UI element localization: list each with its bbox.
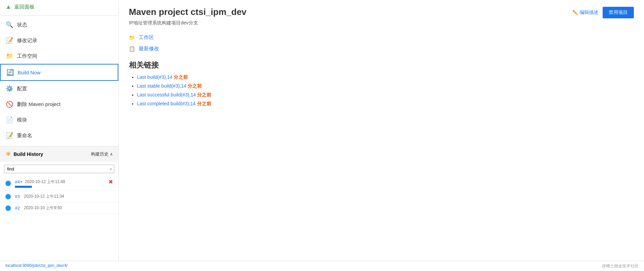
build-3-link[interactable]: #3 [15,194,20,199]
sidebar-item-label-delete: 删除 Maven project [17,101,60,108]
build-4-progress [15,186,32,188]
changes-icon: 📝 [5,37,14,44]
build-2-num: #2 [15,205,20,211]
build-4-date: 2020-10-12 上午11:48 [25,179,106,185]
sidebar-item-modules[interactable]: 📄 模块 [0,112,118,128]
related-link-item-4: Last completed build(#3),14 分之前 [137,101,634,107]
top-actions: ✏️ 编辑描述 禁用项目 [572,7,634,18]
last-build-link[interactable]: Last build(#3),14 [137,74,172,80]
sidebar-item-changes[interactable]: 📝 修改记录 [0,33,118,48]
build-history-header-right[interactable]: 构建历史 ∧ [91,151,113,157]
main-content: ✏️ 编辑描述 禁用项目 Maven project ctsi_ipm_dev … [119,0,644,261]
last-successful-time: 分之前 [197,92,211,97]
workspace-link[interactable]: 📁 工作区 [129,34,634,41]
build-history-cn-title: 构建历史 [91,151,109,157]
sidebar-item-label-workspace: 工作空间 [17,53,37,59]
build-search-box: × [4,165,114,173]
footer: localhost:9090/job/ctsi_ipm_dev/4/ @稀土掘金… [0,261,644,271]
related-link-item-2: Last stable build(#3),14 分之前 [137,83,634,89]
build-3-num: #3 [15,194,20,199]
build-4-dropdown-icon[interactable]: ▾ [20,180,22,184]
page-title: Maven project ctsi_ipm_dev [129,7,634,17]
sidebar-item-label-modules: 模块 [17,117,27,123]
edit-icon: ✏️ [572,10,578,15]
config-icon: ⚙️ [5,85,14,92]
build-4-row: #4 ▾ 2020-10-12 上午11:48 ✖ [15,179,113,185]
build-history-header-left: ☀ Build History [5,150,43,158]
build-3-date: 2020-10-12 上午11:34 [24,194,113,199]
build-2-link[interactable]: #2 [15,205,20,211]
last-stable-build-link[interactable]: Last stable build(#3),14 [137,83,187,89]
build-status-icon-2 [5,205,11,211]
build-4-info: #4 ▾ 2020-10-12 上午11:48 ✖ [15,179,113,188]
modules-icon: 📄 [5,116,14,124]
build-now-icon: 🔄 [6,69,14,76]
build-history-title: Build History [14,151,43,157]
build-history-collapse-icon[interactable]: ∧ [110,152,113,157]
search-clear-icon[interactable]: × [110,166,112,172]
footer-url: localhost:9090/job/ctsi_ipm_dev/4/ [5,263,67,269]
back-label: 返回面板 [14,4,35,10]
build-2-date: 2020-10-10 上午9:50 [24,205,113,211]
last-successful-build-link[interactable]: Last successful build(#3),14 [137,92,196,97]
back-to-dashboard[interactable]: ▲ 返回面板 [0,0,118,14]
build-search-input[interactable] [4,165,114,173]
build-item-2: #2 2020-10-10 上午9:50 [0,202,118,214]
workspace-link-label: 工作区 [139,34,154,41]
related-link-item-3: Last successful build(#3),14 分之前 [137,92,634,98]
related-links-heading: 相关链接 [129,60,634,70]
related-links-list: Last build(#3),14 分之前 Last stable build(… [129,74,634,107]
build-4-num: #4 [15,179,20,184]
sidebar-item-label-config: 配置 [17,86,27,92]
sidebar-divider-1 [0,15,118,16]
build-item-3: #3 2020-10-12 上午11:34 [0,191,118,202]
sidebar-item-rename[interactable]: 📝 重命名 [0,128,118,143]
build-4-stop-icon[interactable]: ✖ [109,179,113,185]
changes-link[interactable]: 📋 最新修改 [129,46,634,52]
sidebar-item-status[interactable]: 🔍 状态 [0,17,118,33]
delete-icon: 🚫 [5,101,14,108]
edit-description-button[interactable]: ✏️ 编辑描述 [572,10,599,16]
search-wrapper: × [4,165,114,173]
build-status-icon-3 [5,194,11,199]
build-history-section: ☀ Build History 构建历史 ∧ × [0,146,118,214]
changes-notebook-icon: 📋 [129,46,135,52]
related-link-item-1: Last build(#3),14 分之前 [137,74,634,80]
back-arrow-icon: ▲ [5,3,12,11]
last-completed-build-link[interactable]: Last completed build(#3),14 [137,101,196,106]
disable-project-button[interactable]: 禁用项目 [603,7,634,18]
sidebar-item-build-now[interactable]: 🔄 Build Now [0,64,118,81]
build-history-header: ☀ Build History 构建历史 ∧ [0,146,118,162]
build-history-sun-icon: ☀ [5,150,11,158]
sidebar-item-label-build-now: Build Now [18,70,41,75]
build-item-4: #4 ▾ 2020-10-12 上午11:48 ✖ [0,176,118,191]
related-links-section: 相关链接 Last build(#3),14 分之前 Last stable b… [129,60,634,110]
edit-desc-label: 编辑描述 [580,10,599,16]
sidebar-item-label-status: 状态 [17,22,27,28]
footer-watermark: @稀土掘金技术社区 [602,263,639,269]
status-icon: 🔍 [5,21,14,29]
last-build-time: 分之前 [174,74,188,80]
folder-icon: 📁 [129,35,135,41]
sidebar-item-config[interactable]: ⚙️ 配置 [0,81,118,96]
sidebar-item-delete[interactable]: 🚫 删除 Maven project [0,96,118,112]
build-status-icon-4 [5,181,11,186]
sidebar-item-workspace[interactable]: 📁 工作空间 [0,48,118,64]
last-completed-time: 分之前 [197,101,211,106]
rename-icon: 📝 [5,132,14,139]
last-stable-time: 分之前 [188,83,202,89]
sidebar-item-label-changes: 修改记录 [17,37,37,44]
workspace-icon: 📁 [5,52,14,60]
page-subtitle: IP地址管理系统构建项目dev分支 [129,20,634,26]
sidebar-item-label-rename: 重命名 [17,132,32,139]
build-4-link[interactable]: #4 ▾ [15,179,22,184]
changes-link-label: 最新修改 [139,46,159,52]
sidebar: ▲ 返回面板 🔍 状态 📝 修改记录 📁 工作空间 🔄 Build Now ⚙️… [0,0,119,261]
